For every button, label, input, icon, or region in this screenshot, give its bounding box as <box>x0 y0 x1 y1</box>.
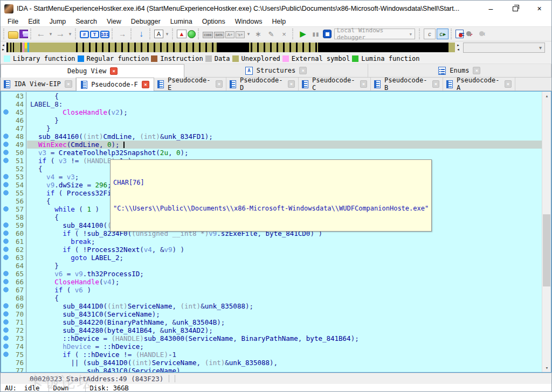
breakpoint-dot[interactable] <box>1 189 10 197</box>
close-tab-icon[interactable]: × <box>142 81 149 88</box>
breakpoint-dot[interactable] <box>1 254 10 262</box>
search-binary-icon[interactable]: 101 <box>100 31 109 38</box>
search-text-icon[interactable]: T <box>90 31 99 38</box>
tab-debug-view[interactable]: Debug View× <box>1 64 184 78</box>
menu-search[interactable]: Search <box>71 18 102 25</box>
debugger-select[interactable]: Local Windows debugger▾ <box>334 29 415 39</box>
jump-address-icon[interactable]: ↓ <box>135 29 147 39</box>
menu-view[interactable]: View <box>102 18 126 25</box>
code-line-65[interactable]: 65 v6 = v9.th32ProcessID; <box>1 270 542 278</box>
save-icon[interactable] <box>19 30 28 38</box>
breakpoint-dot[interactable] <box>1 221 10 229</box>
breakpoint-dot[interactable] <box>1 108 10 116</box>
scroll-down-icon[interactable]: ▾ <box>542 363 551 372</box>
code-line-62[interactable]: 62 if ( !Process32Next(v4, &v9) ) <box>1 246 542 254</box>
menu-lumina[interactable]: Lumina <box>165 18 197 25</box>
breakpoint-dot[interactable] <box>1 342 10 351</box>
menu-jump[interactable]: Jump <box>45 18 71 25</box>
code-line-61[interactable]: 61 break; <box>1 237 542 246</box>
tab-ida-view-eip[interactable]: IDA View-EIP× <box>1 78 76 90</box>
breakpoint-dot[interactable] <box>1 116 10 124</box>
menu-debugger[interactable]: Debugger <box>126 18 165 25</box>
tab-pseudocode-a[interactable]: Pseudocode-A× <box>443 78 515 90</box>
breakpoint-dot[interactable] <box>1 92 10 100</box>
code-line-74[interactable]: 74 hDevice = ::hDevice; <box>1 342 542 351</box>
code-line-46[interactable]: 46 } <box>1 116 542 124</box>
breakpoint-dot[interactable] <box>1 141 10 149</box>
close-tab-icon[interactable]: × <box>65 80 72 88</box>
code-line-72[interactable]: 72 sub_844280(byte_841B64, &unk_834AD2); <box>1 326 542 334</box>
breakpoint-dot[interactable] <box>1 334 10 342</box>
breakpoint-dot[interactable] <box>1 205 10 213</box>
code-line-66[interactable]: 66 CloseHandle(v4); <box>1 278 542 286</box>
close-tab-icon[interactable]: × <box>110 67 118 75</box>
code-line-71[interactable]: 71 sub_844220(BinaryPathName, &unk_83504… <box>1 318 542 326</box>
breakpoint-dot[interactable] <box>1 100 10 108</box>
scrollbar-thumb[interactable] <box>543 214 550 286</box>
code-line-69[interactable]: 69 sub_8441D0((int)ServiceName, (int)&un… <box>1 302 542 310</box>
breakpoint-dot[interactable] <box>1 359 10 367</box>
tab-pseudocode-c[interactable]: Pseudocode-C× <box>299 78 371 90</box>
menu-options[interactable]: Options <box>197 18 230 25</box>
menu-edit[interactable]: Edit <box>23 18 45 25</box>
breakpoint-dot[interactable] <box>1 262 10 270</box>
scroll-up-icon[interactable]: ▴ <box>542 92 551 100</box>
close-tab-icon[interactable]: × <box>360 80 367 88</box>
close-tab-icon[interactable]: × <box>299 67 307 74</box>
tab-pseudocode-b[interactable]: Pseudocode-B× <box>371 78 443 90</box>
code-line-64[interactable]: 64 } <box>1 262 542 270</box>
code-line-77[interactable]: 77 sub_8431C0(ServiceName), <box>1 367 542 373</box>
forward-dropdown-icon[interactable]: ▾ <box>67 29 73 39</box>
maximize-button[interactable] <box>503 1 527 17</box>
make-string-icon[interactable]: 's+ <box>236 31 245 38</box>
band-zoom-select[interactable]: ▾ <box>463 43 545 53</box>
tab-pseudocode-e[interactable]: Pseudocode-E× <box>154 78 226 90</box>
code-line-44[interactable]: 44LABEL_8: <box>1 100 542 108</box>
breakpoint-dot[interactable] <box>1 197 10 205</box>
breakpoint-dot[interactable] <box>1 367 10 373</box>
breakpoint-dot[interactable] <box>1 294 10 302</box>
make-data-icon[interactable]: DATA <box>214 32 224 38</box>
breakpoint-dot[interactable] <box>1 149 10 157</box>
stop-process-icon[interactable] <box>323 30 332 38</box>
code-line-67[interactable]: 67 if ( v6 ) <box>1 286 542 294</box>
close-button[interactable]: × <box>527 1 551 17</box>
open-file-icon[interactable] <box>8 31 18 39</box>
delete-breakpoint-icon[interactable]: × <box>478 29 489 39</box>
breakpoint-dot[interactable] <box>1 237 10 246</box>
text-view-icon[interactable]: A <box>154 30 163 38</box>
tab-enums[interactable]: Enums× <box>368 64 551 77</box>
close-tab-icon[interactable]: × <box>288 80 295 88</box>
breakpoint-dot[interactable] <box>1 278 10 286</box>
code-line-49[interactable]: 49 WinExec(CmdLine, 0); <box>1 141 542 149</box>
navigation-band[interactable] <box>6 43 455 52</box>
breakpoint-dot[interactable] <box>1 246 10 254</box>
breakpoint-dot[interactable] <box>1 351 10 359</box>
breakpoint-list-icon[interactable] <box>456 30 464 38</box>
breakpoint-dot[interactable] <box>1 181 10 189</box>
menu-windows[interactable]: Windows <box>230 18 267 25</box>
breakpoint-dot[interactable] <box>1 173 10 181</box>
breakpoint-dot[interactable] <box>1 124 10 132</box>
breakpoint-dot[interactable] <box>1 165 10 173</box>
code-line-73[interactable]: 73 ::hDevice = (HANDLE)sub_843000(Servic… <box>1 334 542 342</box>
attach-process-icon[interactable]: c <box>424 29 436 39</box>
code-line-47[interactable]: 47 } <box>1 124 542 132</box>
problems-icon[interactable]: ▲ <box>177 30 187 38</box>
tab-pseudocode-f[interactable]: Pseudocode-F× <box>76 78 154 91</box>
code-line-63[interactable]: 63 goto LABEL_2; <box>1 254 542 262</box>
code-line-43[interactable]: 43 { <box>1 92 542 100</box>
code-line-68[interactable]: 68 { <box>1 294 542 302</box>
back-icon[interactable]: ← <box>35 29 47 39</box>
band-scroll-right[interactable]: ▸◂ <box>456 43 461 52</box>
breakpoint-dot[interactable] <box>1 326 10 334</box>
breakpoint-dot[interactable] <box>1 132 10 141</box>
back-dropdown-icon[interactable]: ▾ <box>48 29 53 39</box>
breakpoint-dot[interactable] <box>1 229 10 237</box>
breakpoint-dot[interactable] <box>1 270 10 278</box>
close-tab-icon[interactable]: × <box>216 80 223 88</box>
breakpoint-dot[interactable] <box>1 157 10 165</box>
make-ascii-icon[interactable]: A+ <box>225 31 234 38</box>
delete-icon[interactable]: × <box>278 29 290 39</box>
vertical-scrollbar[interactable]: ▴ ▾ <box>542 92 551 372</box>
